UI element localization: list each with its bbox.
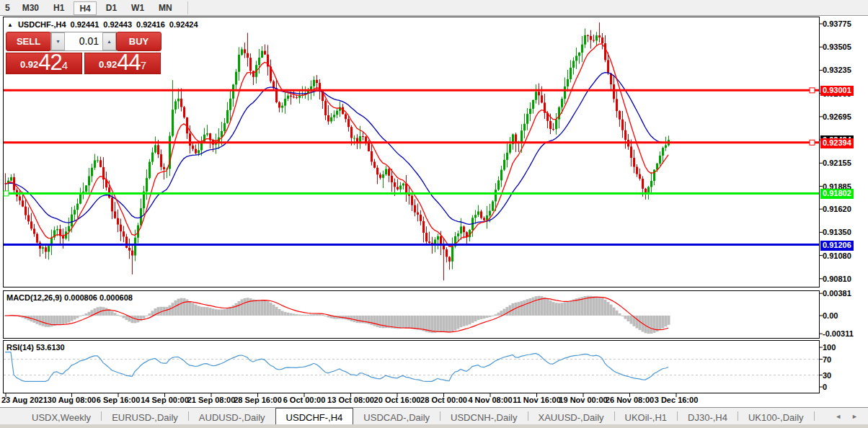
ohlc-open: 0.92441 [71, 20, 99, 29]
macd-label: MACD(12,26,9) 0.000806 0.000608 [6, 293, 133, 302]
tab-eurusd-daily[interactable]: EURUSD-,Daily [102, 408, 188, 424]
tab-separator [814, 411, 815, 421]
timeframe-button-d1[interactable]: D1 [101, 1, 122, 15]
tab-usdcnh-daily[interactable]: USDCNH-,Daily [440, 408, 527, 424]
macd-tick-label: -0.00311 [823, 329, 854, 339]
time-axis-label: 19 Nov 00:00 [559, 396, 607, 404]
trading-platform-window: 5M30H1H4D1W1MN ▲ USDCHF-,H4 0.92441 0.92… [0, 0, 868, 428]
chart-symbol-label: USDCHF-,H4 [18, 20, 66, 29]
tab-usdx-weekly[interactable]: USDX,Weekly [22, 408, 101, 424]
time-axis-label: 4 Nov 08:00 [468, 396, 512, 404]
volume-stepper: ▼ 0.01 ▲ [50, 32, 117, 51]
time-axis-label: 6 Sep 16:00 [97, 396, 141, 404]
buy-price-prefix: 0.92 [99, 57, 117, 73]
h-line-price-label: 0.91802 [820, 189, 854, 199]
sell-button[interactable]: SELL [6, 32, 51, 51]
buy-price-sup: 7 [141, 53, 146, 78]
toolbar-separator [187, 1, 188, 14]
sell-price-display[interactable]: 0.92424 [6, 53, 82, 74]
sell-price-sup: 4 [62, 53, 68, 78]
price-tick-label: 0.93775 [823, 19, 851, 29]
tab-usdcad-daily[interactable]: USDCAD-,Daily [353, 408, 440, 424]
time-axis-label: 3 Dec 16:00 [655, 396, 699, 404]
time-axis-label: 30 Aug 08:00 [48, 396, 96, 404]
chart-tab-bar: USDX,WeeklyEURUSD-,DailyAUDUSD-,DailyUSD… [0, 408, 868, 424]
price-tick-label: 0.91350 [823, 228, 851, 237]
price-tick-label: 0.91080 [823, 251, 851, 261]
h-line-price-label: 0.92394 [820, 138, 854, 148]
tab-audusd-daily[interactable]: AUDUSD-,Daily [189, 408, 275, 424]
timeframe-button-mn[interactable]: MN [154, 1, 177, 15]
status-bar [0, 424, 868, 428]
timeframe-button-5[interactable]: 5 [4, 1, 13, 15]
tab-scroll-left-icon[interactable]: ◄ [835, 413, 841, 420]
ohlc-high: 0.92443 [103, 20, 132, 29]
tab-scroll-right-icon[interactable]: ► [851, 413, 858, 420]
rsi-pane[interactable] [3, 340, 820, 393]
time-axis-label: 13 Oct 08:00 [327, 396, 374, 404]
price-tick-label: 0.92155 [823, 159, 851, 168]
buy-price-big: 44 [117, 53, 140, 73]
rsi-tick-label: 70 [823, 355, 831, 365]
price-tick-label: 0.93235 [823, 66, 851, 75]
timeframe-button-m30[interactable]: M30 [17, 1, 44, 15]
macd-tick-label: 0.00381 [823, 289, 851, 298]
timeframe-button-h4[interactable]: H4 [74, 1, 96, 15]
timeframe-toolbar: 5M30H1H4D1W1MN [0, 0, 868, 16]
chart-window-top-border [0, 15, 868, 16]
tab-xauusd-daily[interactable]: XAUUSD-,Daily [528, 408, 614, 424]
trade-panel-collapse-icon[interactable]: ▲ [7, 22, 13, 28]
sell-price-big: 42 [38, 53, 61, 73]
one-click-trade-panel: SELL ▼ 0.01 ▲ BUY 0.92424 0.92447 [6, 32, 163, 74]
time-axis-label: 6 Oct 00:00 [283, 396, 326, 404]
timeframe-button-w1[interactable]: W1 [126, 1, 149, 15]
rsi-tick-label: 100 [823, 343, 836, 352]
rsi-tick-label: 30 [823, 371, 831, 380]
h-line-price-label: 0.93001 [820, 86, 854, 96]
timeframe-button-h1[interactable]: H1 [48, 1, 69, 15]
time-axis-label: 14 Sep 00:00 [141, 396, 189, 404]
tab-ukoil-h1[interactable]: UKOil-,H1 [615, 408, 678, 424]
rsi-tick-label: 0 [823, 383, 827, 392]
time-axis-label: 20 Oct 16:00 [374, 396, 421, 404]
time-axis-label: 28 Sep 16:00 [234, 396, 282, 404]
volume-decrease-button[interactable]: ▼ [51, 32, 65, 50]
time-axis-label: 23 Aug 2021 [1, 396, 48, 404]
price-tick-label: 0.90810 [823, 275, 851, 284]
time-axis-label: 26 Nov 08:00 [606, 396, 654, 404]
rsi-label: RSI(14) 53.6130 [6, 343, 65, 352]
sell-price-prefix: 0.92 [20, 57, 38, 73]
volume-input[interactable]: 0.01 [65, 32, 102, 50]
macd-tick-label: 0.00 [823, 311, 838, 321]
ohlc-close: 0.92424 [169, 20, 198, 29]
price-tick-label: 0.92695 [823, 112, 851, 122]
price-tick-label: 0.91620 [823, 205, 851, 214]
chart-header: ▲ USDCHF-,H4 0.92441 0.92443 0.92416 0.9… [7, 20, 198, 29]
price-tick-label: 0.93505 [823, 43, 851, 52]
tab-dj30-h4[interactable]: DJ30-,H4 [678, 408, 738, 424]
ohlc-low: 0.92416 [136, 20, 165, 29]
time-axis-label: 21 Sep 08:00 [187, 396, 236, 404]
volume-increase-button[interactable]: ▲ [102, 32, 116, 50]
time-axis-label: 11 Nov 16:00 [513, 396, 561, 404]
tabbar-left-spacer [0, 408, 22, 424]
h-line-price-label: 0.91206 [820, 241, 854, 251]
buy-button[interactable]: BUY [116, 32, 161, 51]
buy-price-display[interactable]: 0.92447 [84, 53, 161, 74]
tab-usdchf-h4[interactable]: USDCHF-,H4 [275, 408, 354, 424]
tab-uk100-daily[interactable]: UK100-,Daily [738, 408, 814, 424]
time-axis-label: 28 Oct 00:00 [420, 396, 467, 404]
